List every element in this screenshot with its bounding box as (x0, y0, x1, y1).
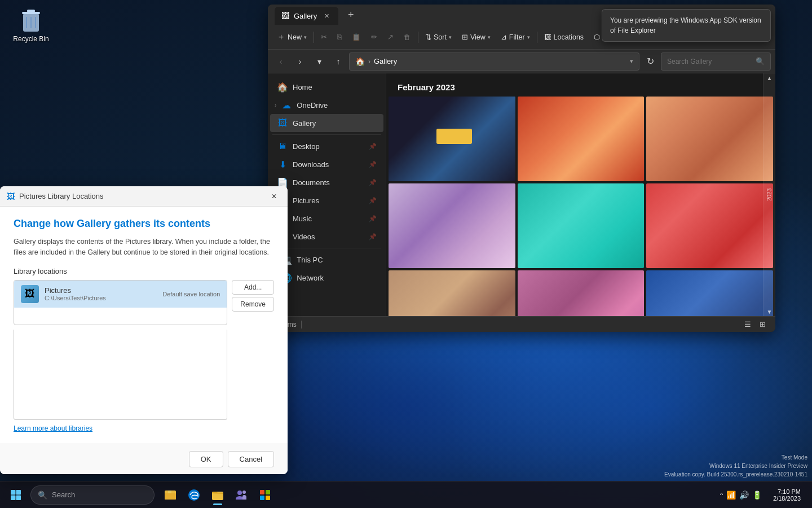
sidebar-item-desktop[interactable]: 🖥 Desktop 📌 (270, 137, 383, 155)
ok-button[interactable]: OK (189, 451, 223, 467)
year-scrollbar: ▲ 2023 ▼ (763, 73, 775, 316)
sidebar-thispc-label: This PC (297, 256, 323, 264)
gallery-section-february: February 2023 (386, 73, 775, 97)
cancel-button[interactable]: Cancel (228, 451, 274, 467)
view-button[interactable]: ⊞ View ▾ (457, 28, 495, 46)
share-icon: ↗ (387, 33, 394, 41)
taskbar-right: ^ 📶 🔊 🔋 7:10 PM 2/18/2023 (716, 486, 812, 504)
dialog-close-button[interactable]: ✕ (267, 190, 281, 203)
new-button[interactable]: ＋ New ▾ (272, 28, 311, 46)
new-icon: ＋ (277, 32, 285, 42)
sidebar-network-label: Network (297, 274, 324, 282)
sidebar-home-label: Home (293, 83, 312, 91)
back-button[interactable]: ‹ (272, 53, 289, 70)
remove-location-button[interactable]: Remove (232, 297, 274, 312)
filter-button[interactable]: ⊿ Filter ▾ (496, 28, 535, 46)
taskbar-app-teams[interactable] (230, 484, 253, 506)
gallery-item-8[interactable] (518, 270, 645, 316)
sidebar-item-gallery[interactable]: 🖼 Gallery (270, 114, 383, 132)
clock[interactable]: 7:10 PM 2/18/2023 (769, 486, 805, 504)
grid-view-button[interactable]: ⊞ (756, 318, 769, 331)
build-info-line1: Test Mode (664, 453, 807, 462)
start-button[interactable] (5, 484, 27, 506)
new-chevron-icon: ▾ (304, 34, 307, 40)
svg-point-15 (237, 491, 242, 495)
recent-locations-button[interactable]: ▾ (311, 53, 328, 70)
copy-button[interactable]: ⎘ (333, 28, 346, 46)
gallery-item-9[interactable] (646, 270, 773, 316)
pictures-location-icon: 🖼 (21, 285, 39, 303)
location-item-pictures[interactable]: 🖼 Pictures C:\Users\Test\Pictures Defaul… (14, 281, 227, 308)
search-box[interactable]: 🔍 (661, 52, 771, 71)
refresh-button[interactable]: ↻ (642, 53, 659, 70)
sort-chevron-icon: ▾ (449, 34, 452, 40)
address-home-icon: 🏠 (355, 57, 365, 66)
gallery-item-3[interactable] (646, 97, 773, 181)
library-locations-dialog: 🖼 Pictures Library Locations ✕ Change ho… (0, 186, 288, 474)
svg-rect-7 (16, 490, 21, 495)
scroll-up-button[interactable]: ▲ (764, 73, 776, 82)
taskbar: 🔍 Search (0, 481, 812, 508)
scroll-down-button[interactable]: ▼ (764, 307, 776, 316)
rename-button[interactable]: ✏ (367, 28, 382, 46)
taskbar-app-store[interactable] (254, 484, 276, 506)
downloads-sidebar-icon: ⬇ (277, 159, 288, 170)
share2-icon: ⬡ (594, 33, 600, 41)
sidebar-gallery-label: Gallery (293, 119, 316, 128)
svg-rect-12 (168, 491, 171, 493)
volume-icon: 🔊 (739, 491, 749, 500)
locations-button[interactable]: 🖼 Locations (540, 28, 589, 46)
system-tray[interactable]: ^ 📶 🔊 🔋 (716, 488, 766, 502)
address-bar[interactable]: 🏠 › Gallery ▾ (349, 52, 639, 71)
gallery-item-1[interactable] (389, 97, 515, 181)
taskbar-search[interactable]: 🔍 Search (30, 485, 155, 505)
chevron-up-icon: ^ (720, 492, 723, 498)
sidebar-separator-2 (272, 248, 381, 248)
gallery-item-7[interactable] (389, 270, 515, 316)
recycle-bin[interactable]: Recycle Bin (8, 6, 54, 43)
delete-button[interactable]: 🗑 (399, 28, 416, 46)
svg-rect-19 (260, 496, 264, 500)
taskbar-app-fileexplorer[interactable] (206, 484, 229, 506)
sort-label: Sort (434, 33, 447, 41)
sort-button[interactable]: ⇅ Sort ▾ (421, 28, 456, 46)
add-location-button[interactable]: Add... (232, 280, 274, 295)
gallery-item-6[interactable] (646, 183, 773, 268)
gallery-tab[interactable]: 🖼 Gallery ✕ (275, 7, 338, 25)
taskbar-search-icon: 🔍 (38, 491, 47, 500)
new-tab-button[interactable]: + (343, 7, 359, 23)
main-content: 🏠 Home › ☁ OneDrive 🖼 Gallery 🖥 Desktop … (268, 73, 775, 316)
forward-button[interactable]: › (292, 53, 308, 70)
gallery-grid (386, 97, 775, 316)
paste-icon: 📋 (352, 33, 361, 41)
sidebar-item-onedrive[interactable]: › ☁ OneDrive (270, 96, 383, 114)
dialog-empty-area (14, 330, 227, 420)
learn-more-link[interactable]: Learn more about libraries (14, 424, 274, 432)
dialog-title-icon: 🖼 (7, 192, 15, 201)
share-button[interactable]: ↗ (383, 28, 398, 46)
list-view-button[interactable]: ☰ (742, 318, 754, 331)
statusbar-separator (301, 321, 302, 329)
sidebar-item-downloads[interactable]: ⬇ Downloads 📌 (270, 155, 383, 173)
videos-pin-icon: 📌 (369, 233, 377, 240)
onedrive-icon: ☁ (281, 100, 292, 111)
search-input[interactable] (667, 58, 752, 65)
taskbar-apps (159, 484, 276, 506)
sidebar-documents-label: Documents (293, 178, 330, 187)
gallery-item-5[interactable] (518, 183, 645, 268)
build-info-line3: Evaluation copy. Build 25300.rs_prerelea… (664, 470, 807, 479)
locations-label: Locations (554, 33, 584, 41)
sidebar-item-home[interactable]: 🏠 Home (270, 78, 383, 96)
taskbar-app-explorer[interactable] (159, 484, 182, 506)
close-tab-button[interactable]: ✕ (321, 11, 332, 21)
cut-button[interactable]: ✂ (316, 28, 332, 46)
gallery-item-2[interactable] (518, 97, 645, 181)
gallery-item-4[interactable] (389, 183, 515, 268)
filter-chevron-icon: ▾ (527, 34, 530, 40)
paste-button[interactable]: 📋 (347, 28, 365, 46)
wifi-icon: 📶 (726, 491, 736, 500)
up-button[interactable]: ↑ (330, 53, 347, 70)
svg-point-16 (242, 491, 246, 494)
taskbar-app-edge[interactable] (183, 484, 205, 506)
sidebar-onedrive-label: OneDrive (297, 101, 328, 110)
